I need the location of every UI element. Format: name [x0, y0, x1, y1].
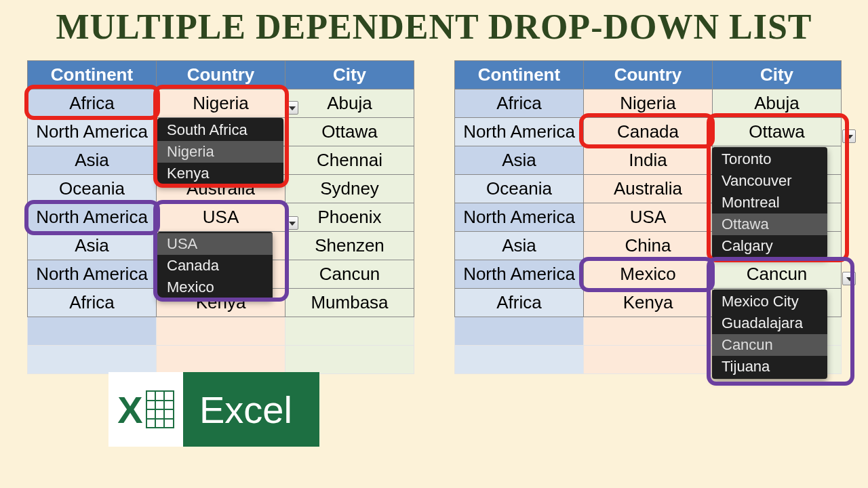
excel-logo: X Excel	[108, 372, 319, 447]
cell-continent[interactable]: Oceania	[28, 175, 157, 203]
cell-continent[interactable]: Asia	[455, 146, 584, 175]
cell-continent[interactable]: Africa	[455, 289, 584, 317]
left-table: Continent Country City Africa Nigeria Ab…	[27, 60, 414, 374]
cell-country[interactable]: Kenya	[584, 289, 713, 317]
excel-logo-letter: X	[117, 388, 142, 432]
cell-country[interactable]: Canada	[584, 118, 713, 146]
city-dropdown-canada[interactable]: Toronto Vancouver Montreal Ottawa Calgar…	[712, 147, 827, 258]
cell-continent[interactable]: North America	[28, 118, 157, 146]
cell-city[interactable]: Cancun	[713, 260, 842, 289]
option[interactable]: Kenya	[157, 163, 283, 184]
dropdown-btn[interactable]	[842, 272, 856, 285]
cell-city[interactable]: Mumbasa	[285, 289, 414, 317]
excel-logo-tile: X	[108, 372, 183, 447]
cell-continent[interactable]: Asia	[28, 232, 157, 260]
option[interactable]: Ottawa	[712, 214, 827, 235]
option[interactable]: Montreal	[712, 192, 827, 214]
cell-continent[interactable]: Asia	[455, 232, 584, 260]
table-row[interactable]: North America Canada Ottawa	[455, 118, 842, 146]
table-row	[28, 346, 414, 374]
dropdown-btn[interactable]	[285, 216, 298, 230]
option[interactable]: Cancun	[712, 334, 827, 356]
th-continent: Continent	[455, 61, 584, 89]
table-row	[28, 317, 414, 346]
cell-continent[interactable]: North America	[28, 260, 157, 289]
cell-continent[interactable]: North America	[455, 118, 584, 146]
country-dropdown-na[interactable]: USA Canada Mexico	[157, 232, 273, 300]
th-city: City	[285, 61, 414, 89]
cell-city[interactable]: Ottawa	[713, 118, 842, 146]
th-continent: Continent	[28, 61, 157, 89]
option[interactable]: Vancouver	[712, 170, 827, 192]
excel-logo-word: Excel	[199, 388, 292, 432]
option[interactable]: Calgary	[712, 235, 827, 257]
excel-logo-grid-icon	[146, 390, 174, 428]
cell-city[interactable]: Abuja	[713, 89, 842, 118]
th-country: Country	[584, 61, 713, 89]
cell-continent[interactable]: Oceania	[455, 175, 584, 203]
cell-country[interactable]: Nigeria	[157, 89, 285, 118]
cell-city[interactable]: Ottawa	[285, 118, 414, 146]
option[interactable]: South Africa	[157, 119, 283, 141]
option[interactable]: Toronto	[712, 148, 827, 170]
cell-city[interactable]: Shenzen	[285, 232, 414, 260]
cell-continent[interactable]: Africa	[455, 89, 584, 118]
cell-continent[interactable]: North America	[455, 203, 584, 232]
cell-continent[interactable]: North America	[455, 260, 584, 289]
option[interactable]: Nigeria	[157, 141, 283, 163]
table-row[interactable]: Africa Nigeria Abuja	[28, 89, 414, 118]
cell-country[interactable]: USA	[584, 203, 713, 232]
country-dropdown-africa[interactable]: South Africa Nigeria Kenya	[157, 118, 283, 186]
stage: Continent Country City Africa Nigeria Ab…	[0, 47, 868, 467]
cell-country[interactable]: Mexico	[584, 260, 713, 289]
cell-country[interactable]: China	[584, 232, 713, 260]
dropdown-btn[interactable]	[842, 129, 856, 143]
cell-continent[interactable]: Africa	[28, 289, 157, 317]
cell-continent[interactable]: Asia	[28, 146, 157, 175]
th-city: City	[713, 61, 842, 89]
dropdown-btn[interactable]	[285, 101, 298, 115]
th-country: Country	[157, 61, 285, 89]
option[interactable]: Mexico	[157, 277, 273, 298]
option[interactable]: Tijuana	[712, 356, 827, 378]
city-dropdown-mexico[interactable]: Mexico City Guadalajara Cancun Tijuana	[712, 289, 827, 379]
option[interactable]: Guadalajara	[712, 312, 827, 334]
cell-country[interactable]: India	[584, 146, 713, 175]
cell-continent[interactable]: Africa	[28, 89, 157, 118]
table-row[interactable]: North America USA Phoenix	[28, 203, 414, 232]
table-row[interactable]: Africa Nigeria Abuja	[455, 89, 842, 118]
option[interactable]: Canada	[157, 255, 273, 277]
option[interactable]: USA	[157, 233, 273, 255]
table-row[interactable]: North America Mexico Cancun	[455, 260, 842, 289]
cell-city[interactable]: Sydney	[285, 175, 414, 203]
cell-country[interactable]: Australia	[584, 175, 713, 203]
cell-city[interactable]: Phoenix	[285, 203, 414, 232]
option[interactable]: Mexico City	[712, 291, 827, 312]
cell-city[interactable]: Chennai	[285, 146, 414, 175]
cell-city[interactable]: Cancun	[285, 260, 414, 289]
cell-city[interactable]: Abuja	[285, 89, 414, 118]
cell-continent[interactable]: North America	[28, 203, 157, 232]
cell-country[interactable]: Nigeria	[584, 89, 713, 118]
page-title: MULTIPLE DEPENDENT DROP-DOWN LIST	[0, 0, 868, 47]
cell-country[interactable]: USA	[157, 203, 285, 232]
